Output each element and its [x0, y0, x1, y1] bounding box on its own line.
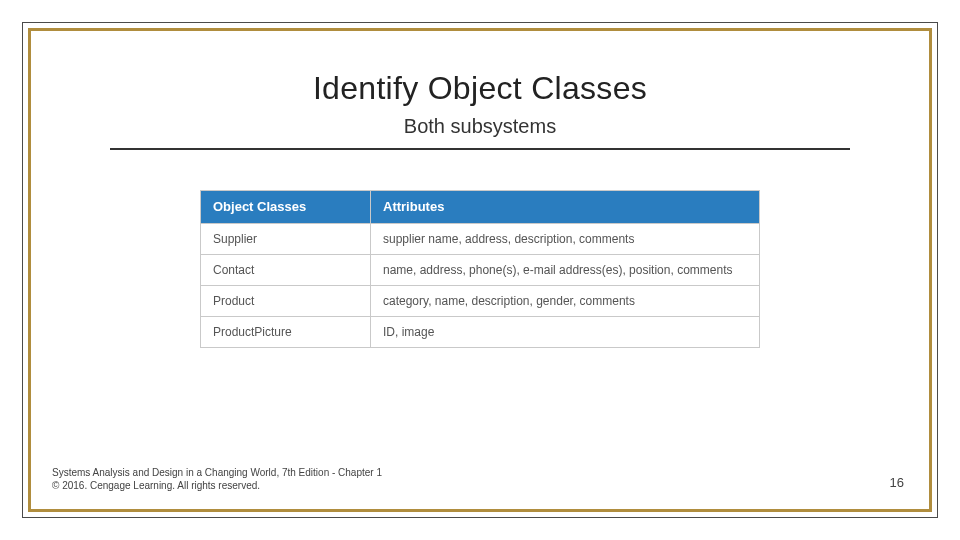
cell-object-class: Product	[201, 286, 371, 317]
object-classes-table: Object Classes Attributes Supplier suppl…	[200, 190, 760, 348]
slide-title: Identify Object Classes	[40, 70, 920, 107]
cell-attributes: name, address, phone(s), e-mail address(…	[371, 255, 760, 286]
cell-object-class: ProductPicture	[201, 317, 371, 348]
cell-object-class: Supplier	[201, 224, 371, 255]
cell-attributes: category, name, description, gender, com…	[371, 286, 760, 317]
slide-subtitle: Both subsystems	[40, 115, 920, 138]
slide: Identify Object Classes Both subsystems …	[0, 0, 960, 540]
header-attributes: Attributes	[371, 191, 760, 224]
cell-attributes: ID, image	[371, 317, 760, 348]
footer-line2: © 2016. Cengage Learning. All rights res…	[52, 479, 382, 492]
title-divider	[110, 148, 849, 150]
footer-text: Systems Analysis and Design in a Changin…	[52, 466, 382, 492]
table-row: ProductPicture ID, image	[201, 317, 760, 348]
page-number: 16	[890, 475, 904, 490]
cell-object-class: Contact	[201, 255, 371, 286]
table-row: Supplier supplier name, address, descrip…	[201, 224, 760, 255]
footer-line1: Systems Analysis and Design in a Changin…	[52, 466, 382, 479]
table-row: Product category, name, description, gen…	[201, 286, 760, 317]
table-row: Contact name, address, phone(s), e-mail …	[201, 255, 760, 286]
cell-attributes: supplier name, address, description, com…	[371, 224, 760, 255]
table-header-row: Object Classes Attributes	[201, 191, 760, 224]
header-object-classes: Object Classes	[201, 191, 371, 224]
content-area: Identify Object Classes Both subsystems …	[40, 40, 920, 500]
